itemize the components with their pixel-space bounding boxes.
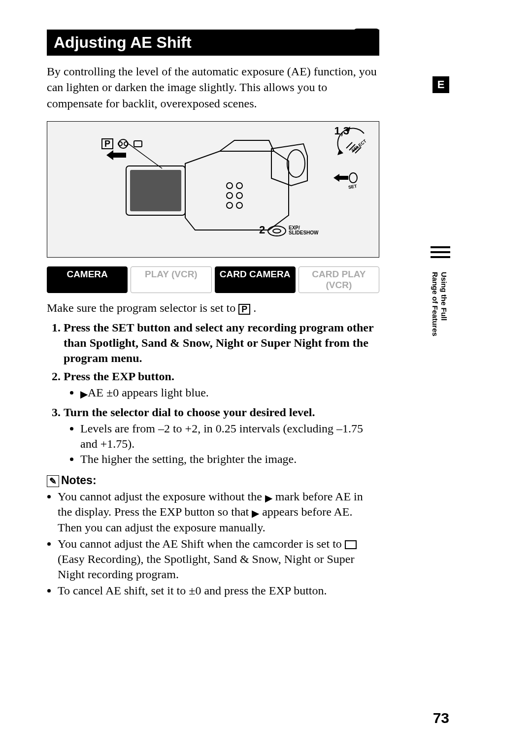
mode-camera: CAMERA [47, 266, 128, 293]
pre-steps-line: Make sure the program selector is set to… [47, 300, 379, 316]
exp-button-icon [267, 225, 287, 237]
section-tab: Using the Full Range of Features [431, 272, 448, 336]
easy-mode-icon [345, 540, 357, 549]
page-title: Adjusting AE Shift [47, 30, 379, 56]
step-3: Turn the selector dial to choose your de… [64, 406, 315, 419]
play-triangle-icon: ▶ [252, 507, 259, 520]
svg-marker-19 [333, 174, 348, 182]
svg-point-5 [227, 193, 233, 198]
mode-row: CAMERA PLAY (VCR) CARD CAMERA CARD PLAY … [47, 266, 379, 293]
svg-point-2 [287, 150, 305, 177]
svg-rect-1 [130, 170, 181, 211]
svg-point-3 [227, 183, 233, 189]
language-badge: E [432, 76, 449, 93]
play-triangle-icon: ▶ [265, 492, 272, 504]
page-number: 73 [433, 710, 449, 726]
svg-line-14 [129, 144, 162, 168]
svg-point-8 [236, 202, 242, 208]
svg-point-4 [236, 183, 242, 189]
svg-point-20 [349, 173, 357, 183]
program-p-icon: P [101, 138, 113, 149]
step-3-bullet-1: Levels are from –2 to +2, in 0.25 interv… [80, 421, 379, 452]
step-1: Press the SET button and select any reco… [64, 320, 379, 366]
step-2: Press the EXP button. [64, 370, 174, 383]
step-2-bullet-1: ▶AE ±0 appears light blue. [80, 385, 379, 400]
svg-point-7 [227, 202, 233, 208]
note-1: You cannot adjust the exposure without t… [58, 489, 379, 535]
step-3-bullet-2: The higher the setting, the brighter the… [80, 452, 379, 467]
svg-point-6 [236, 193, 242, 198]
notes-heading: Notes: [61, 474, 97, 487]
mode-card-play-vcr: CARD PLAY (VCR) [299, 266, 379, 293]
callout-2: 2 [259, 224, 265, 236]
pre-steps-text-a: Make sure the program selector is set to [47, 301, 238, 314]
camcorder-diagram: P 1,3 SELECT SET [47, 121, 379, 258]
svg-point-21 [268, 226, 286, 236]
exp-label-2: SLIDESHOW [289, 230, 319, 235]
svg-line-15 [346, 142, 352, 148]
callout-line [129, 144, 163, 173]
dial-set-label: SET [348, 184, 358, 190]
section-marker-bars [431, 246, 450, 261]
play-triangle-icon: ▶ [80, 388, 88, 400]
mode-card-camera: CARD CAMERA [215, 266, 296, 293]
note-3: To cancel AE shift, set it to ±0 and pre… [58, 583, 379, 598]
arrow-left-icon [106, 150, 126, 160]
svg-point-22 [273, 229, 281, 233]
pre-steps-text-b: . [250, 301, 256, 314]
mode-play-vcr: PLAY (VCR) [131, 266, 211, 293]
svg-marker-13 [106, 150, 126, 160]
svg-point-9 [119, 139, 128, 148]
note-2: You cannot adjust the AE Shift when the … [58, 536, 379, 583]
notes-icon: ✎ [47, 475, 59, 487]
program-p-icon-inline: P [238, 304, 250, 315]
menu-screen-icon [354, 29, 379, 54]
intro-paragraph: By controlling the level of the automati… [47, 64, 379, 111]
